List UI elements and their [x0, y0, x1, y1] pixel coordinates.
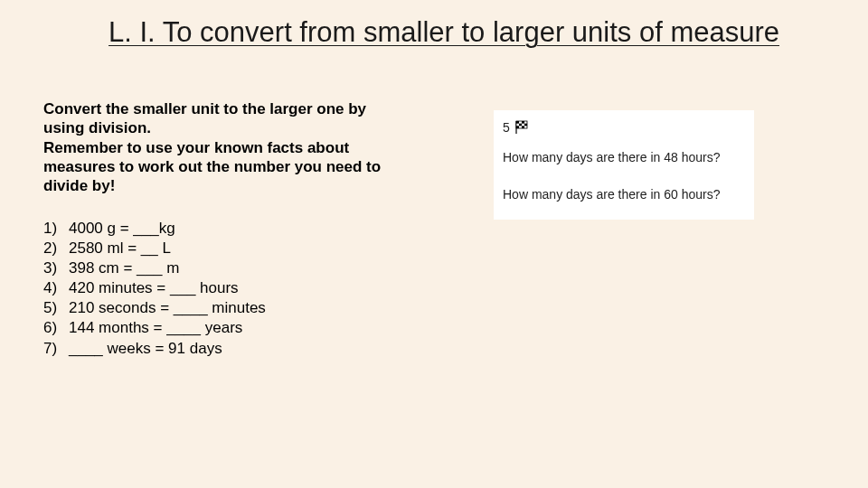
slide: L. I. To convert from smaller to larger …	[0, 0, 868, 488]
question-text: 4000 g = ___kg	[69, 219, 405, 239]
svg-rect-6	[516, 127, 519, 129]
page-title: L. I. To convert from smaller to larger …	[108, 16, 832, 49]
question-text: 210 seconds = ____ minutes	[69, 298, 405, 318]
side-panel: 5 How many days are there in 48 hours? H…	[494, 110, 754, 220]
list-item: 6) 144 months = ____ years	[43, 318, 405, 338]
side-question: How many days are there in 60 hours?	[503, 186, 743, 203]
question-number: 6)	[43, 318, 69, 338]
question-number: 7)	[43, 339, 69, 359]
question-number: 2)	[43, 239, 69, 258]
instructions-block: Convert the smaller unit to the larger o…	[43, 99, 396, 195]
question-text: ____ weeks = 91 days	[69, 339, 405, 359]
question-number: 5)	[43, 298, 69, 318]
side-question: How many days are there in 48 hours?	[503, 149, 743, 166]
list-item: 2) 2580 ml = __ L	[43, 239, 405, 258]
side-panel-header: 5	[503, 119, 743, 136]
question-number: 3)	[43, 258, 69, 278]
svg-rect-4	[519, 124, 522, 127]
instructions-line1: Convert the smaller unit to the larger o…	[43, 100, 366, 136]
question-number: 4)	[43, 278, 69, 298]
instructions-line2: Remember to use your known facts about m…	[43, 139, 381, 195]
question-text: 144 months = ____ years	[69, 318, 405, 338]
side-panel-number: 5	[503, 119, 510, 136]
question-text: 420 minutes = ___ hours	[69, 278, 405, 298]
flag-icon	[514, 120, 532, 135]
question-text: 2580 ml = __ L	[69, 239, 405, 258]
list-item: 4) 420 minutes = ___ hours	[43, 278, 405, 298]
svg-rect-2	[516, 121, 519, 124]
list-item: 7) ____ weeks = 91 days	[43, 339, 405, 359]
question-text: 398 cm = ___ m	[69, 258, 405, 278]
list-item: 3) 398 cm = ___ m	[43, 258, 405, 278]
svg-rect-7	[522, 127, 524, 129]
svg-rect-3	[522, 121, 524, 124]
list-item: 1) 4000 g = ___kg	[43, 219, 405, 239]
list-item: 5) 210 seconds = ____ minutes	[43, 298, 405, 318]
svg-rect-5	[524, 124, 527, 127]
questions-list: 1) 4000 g = ___kg 2) 2580 ml = __ L 3) 3…	[43, 219, 405, 359]
question-number: 1)	[43, 219, 69, 239]
